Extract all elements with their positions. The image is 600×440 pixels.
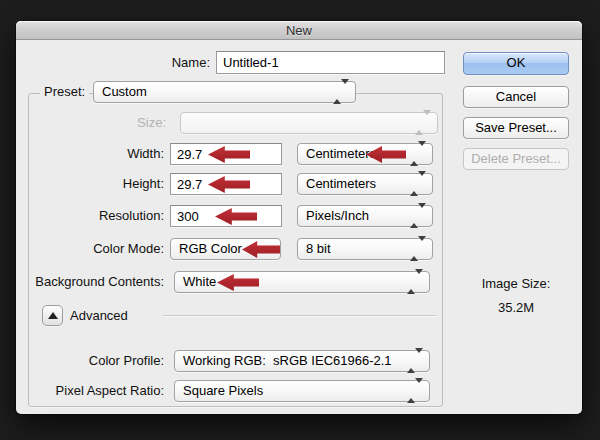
color-mode-label: Color Mode: [36,238,164,260]
width-value: 29.7 [177,147,202,162]
advanced-divider [163,315,436,316]
disclosure-triangle-icon [48,312,58,319]
image-size-info: Image Size: 35.2M [463,276,569,315]
popup-stepper-icon [333,82,349,102]
width-label: Width: [36,143,164,165]
new-document-dialog: New Name: Untitled-1 OK Cancel Save Pres… [16,21,582,414]
background-contents-label: Background Contents: [20,271,164,293]
preset-value: Custom [102,84,147,99]
advanced-label: Advanced [70,305,128,326]
popup-stepper-icon [407,351,423,371]
bit-depth-value: 8 bit [306,241,331,256]
desktop-background: New Name: Untitled-1 OK Cancel Save Pres… [0,0,600,440]
height-label: Height: [36,173,164,195]
image-size-label: Image Size: [463,276,569,291]
name-value: Untitled-1 [223,55,279,70]
cancel-button[interactable]: Cancel [463,86,569,108]
save-preset-button-label: Save Preset... [475,120,557,135]
resolution-unit-popup[interactable]: Pixels/Inch [297,205,433,227]
delete-preset-button-label: Delete Preset... [471,151,561,166]
height-unit-value: Centimeters [306,176,376,191]
height-value: 29.7 [177,177,202,192]
width-unit-popup[interactable]: Centimeters [297,143,433,165]
width-unit-value: Centimeters [306,146,376,161]
ok-button-label: OK [507,55,526,70]
height-unit-popup[interactable]: Centimeters [297,173,433,195]
color-profile-label: Color Profile: [36,350,164,372]
resolution-unit-value: Pixels/Inch [306,208,369,223]
advanced-disclosure-button[interactable] [42,305,63,326]
popup-stepper-icon [410,174,426,194]
preset-popup[interactable]: Custom [93,81,356,103]
pixel-aspect-ratio-value: Square Pixels [183,383,263,398]
popup-stepper-icon [407,272,423,292]
dialog-title-bar[interactable]: New [16,21,582,40]
background-contents-popup[interactable]: White [174,271,430,293]
pixel-aspect-ratio-popup[interactable]: Square Pixels [174,380,430,402]
ok-button[interactable]: OK [463,52,569,75]
popup-stepper-icon [407,381,423,401]
name-input[interactable]: Untitled-1 [216,51,445,74]
popup-stepper-icon [410,239,426,259]
pixel-aspect-ratio-label: Pixel Aspect Ratio: [20,380,164,402]
name-label: Name: [116,52,210,74]
popup-stepper-icon [410,144,426,164]
color-mode-value: RGB Color [179,241,242,256]
save-preset-button[interactable]: Save Preset... [463,117,569,139]
size-popup [180,112,438,134]
color-profile-popup[interactable]: Working RGB: sRGB IEC61966-2.1 [174,350,430,372]
size-label: Size: [36,112,166,134]
popup-stepper-icon [410,206,426,226]
popup-stepper-icon [415,113,431,133]
background-contents-value: White [183,274,216,289]
resolution-value: 300 [177,209,199,224]
cancel-button-label: Cancel [496,89,536,104]
resolution-label: Resolution: [36,205,164,227]
bit-depth-popup[interactable]: 8 bit [297,238,433,260]
color-profile-value: Working RGB: sRGB IEC61966-2.1 [183,353,392,368]
image-size-value: 35.2M [463,300,569,315]
delete-preset-button: Delete Preset... [463,148,569,170]
preset-label: Preset: [40,81,89,103]
dialog-title: New [286,23,312,38]
